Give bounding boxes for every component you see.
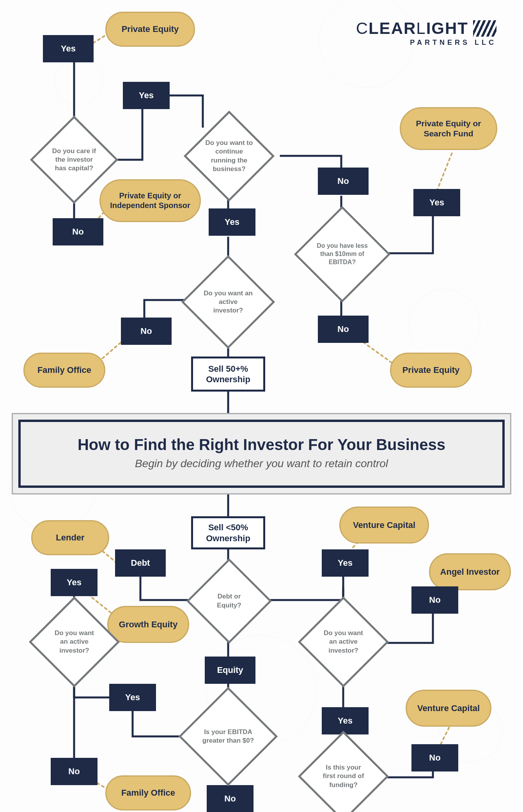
decision-continue-running: Do you want to continue running the busi… xyxy=(197,124,261,188)
node-sell-majority: Sell 50+% Ownership xyxy=(191,357,265,392)
answer-yes: Yes xyxy=(51,569,98,596)
decision-active-investor-right: Do you want an active investor? xyxy=(311,610,376,674)
logo-mark-icon xyxy=(473,20,496,37)
answer-no: No xyxy=(318,168,369,195)
brand-logo: CLEARLIGHT PARTNERS LLC xyxy=(356,20,496,46)
outcome-venture-capital-2: Venture Capital xyxy=(406,690,491,727)
decision-care-capital: Do you care if the investor has capital? xyxy=(43,129,105,191)
answer-yes: Yes xyxy=(322,707,369,734)
node-sell-minority: Sell <50% Ownership xyxy=(191,516,265,549)
page-title: How to Find the Right Investor For Your … xyxy=(28,436,495,454)
answer-no: No xyxy=(51,758,98,785)
answer-yes: Yes xyxy=(322,549,369,577)
title-card: How to Find the Right Investor For Your … xyxy=(12,413,511,494)
outcome-private-equity-right: Private Equity xyxy=(390,353,472,388)
logo-subtitle: PARTNERS LLC xyxy=(356,39,496,46)
answer-yes: Yes xyxy=(109,684,156,711)
answer-debt: Debt xyxy=(115,549,166,577)
decision-active-investor-left: Do you want an active investor? xyxy=(42,610,106,674)
outcome-angel-investor: Angel Investor xyxy=(429,553,511,590)
answer-no: No xyxy=(411,744,458,771)
answer-no: No xyxy=(318,316,369,343)
answer-no: No xyxy=(121,318,172,345)
answer-equity: Equity xyxy=(205,657,255,684)
decision-debt-or-equity: Debt or Equity? xyxy=(199,571,259,631)
outcome-venture-capital: Venture Capital xyxy=(339,507,429,544)
decision-less-10mm-ebitda: Do you have less than $10mm of EBITDA? xyxy=(308,220,376,288)
outcome-pe-or-independent: Private Equity or Independent Sponsor xyxy=(99,179,201,222)
decision-ebitda-gt-0: Is your EBITDA greater than $0? xyxy=(193,701,263,771)
outcome-family-office: Family Office xyxy=(23,353,105,388)
answer-no: No xyxy=(411,586,458,614)
outcome-pe-or-search: Private Equity or Search Fund xyxy=(400,107,497,150)
decision-active-investor: Do you want an active investor? xyxy=(195,269,261,335)
answer-yes: Yes xyxy=(209,208,255,236)
decision-first-round: Is this your first round of funding? xyxy=(311,744,376,808)
answer-no: No xyxy=(207,785,254,812)
outcome-family-office-2: Family Office xyxy=(105,775,191,810)
page-subtitle: Begin by deciding whether you want to re… xyxy=(28,457,495,470)
answer-yes: Yes xyxy=(43,35,94,62)
answer-yes: Yes xyxy=(123,82,170,109)
outcome-growth-equity: Growth Equity xyxy=(107,606,189,643)
outcome-private-equity: Private Equity xyxy=(105,12,195,47)
outcome-lender: Lender xyxy=(31,520,109,555)
answer-yes: Yes xyxy=(413,189,460,216)
answer-no: No xyxy=(53,218,103,245)
